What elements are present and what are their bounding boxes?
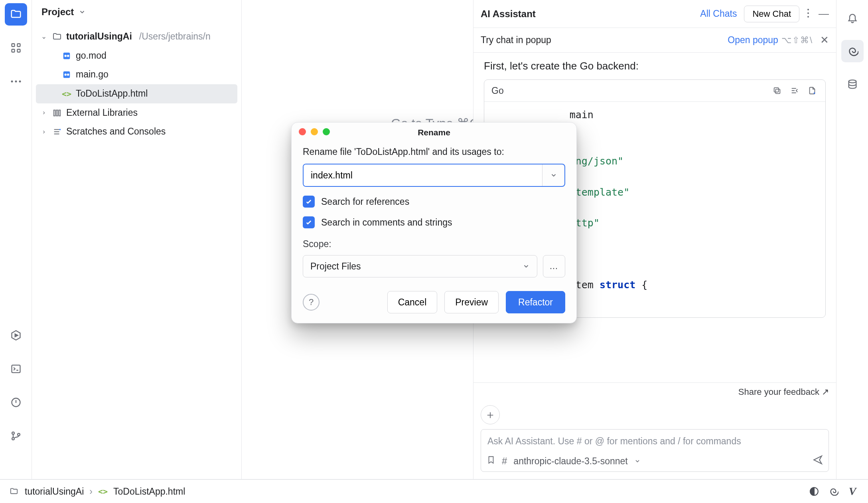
theme-icon[interactable] xyxy=(807,485,821,498)
svg-point-4 xyxy=(11,81,13,83)
svg-point-20 xyxy=(67,73,69,76)
rename-dialog: Rename Rename file 'ToDoListApp.html' an… xyxy=(291,122,577,323)
scope-label: Scope: xyxy=(303,239,565,250)
bookmark-icon[interactable] xyxy=(487,455,495,467)
chevron-right-icon[interactable]: › xyxy=(40,106,48,119)
chevron-down-icon[interactable] xyxy=(634,458,641,464)
rename-input-dropdown[interactable] xyxy=(542,164,564,186)
problems-tool-button[interactable] xyxy=(5,391,27,414)
search-references-checkbox[interactable]: Search for references xyxy=(303,196,565,208)
ai-status-icon[interactable] xyxy=(827,485,840,498)
svg-point-24 xyxy=(59,129,61,131)
git-branch-icon xyxy=(10,430,22,442)
breadcrumb-project[interactable]: tutorialUsingAi xyxy=(25,486,84,497)
svg-point-6 xyxy=(19,81,21,83)
search-comments-checkbox[interactable]: Search in comments and strings xyxy=(303,216,565,228)
refactor-button[interactable]: Refactor xyxy=(506,291,565,313)
notifications-tool-button[interactable] xyxy=(841,6,864,29)
window-zoom-dot[interactable] xyxy=(323,128,330,135)
copy-icon[interactable] xyxy=(771,85,783,97)
ai-tool-button[interactable] xyxy=(841,40,864,62)
model-selector[interactable]: anthropic-claude-3.5-sonnet xyxy=(513,456,627,467)
folder-icon xyxy=(9,486,19,497)
tree-external-libraries[interactable]: › External Libraries xyxy=(36,103,237,123)
go-file-icon xyxy=(61,51,72,61)
folder-icon xyxy=(10,8,22,20)
folder-icon xyxy=(52,32,62,42)
svg-point-13 xyxy=(18,434,20,436)
create-file-icon[interactable] xyxy=(806,85,818,97)
ai-panel-header: AI Assistant All Chats New Chat — xyxy=(473,0,836,28)
ai-input-placeholder: Ask AI Assistant. Use # or @ for mention… xyxy=(487,434,823,449)
project-tree[interactable]: ⌄ tutorialUsingAi /Users/jetbrains/n go.… xyxy=(32,24,241,145)
tree-file-selected[interactable]: <> ToDoListApp.html xyxy=(36,84,237,103)
preview-button[interactable]: Preview xyxy=(444,291,499,313)
svg-point-25 xyxy=(807,9,809,10)
terminal-tool-button[interactable] xyxy=(5,358,27,380)
bell-icon xyxy=(847,12,858,23)
tree-file[interactable]: go.mod xyxy=(36,46,237,65)
ai-text-input[interactable]: Ask AI Assistant. Use # or @ for mention… xyxy=(481,429,829,472)
share-feedback-link[interactable]: Share your feedback ↗ xyxy=(738,387,829,397)
scratches-icon xyxy=(52,127,62,137)
tree-root-name: tutorialUsingAi xyxy=(66,28,132,46)
project-tool-button[interactable] xyxy=(5,3,27,26)
status-bar: tutorialUsingAi › <> ToDoListApp.html V xyxy=(0,479,868,503)
svg-point-19 xyxy=(65,73,67,76)
svg-point-14 xyxy=(848,80,856,83)
project-panel-title: Project xyxy=(41,6,74,18)
close-icon[interactable]: ✕ xyxy=(820,34,829,46)
svg-marker-8 xyxy=(15,334,18,337)
insert-icon[interactable] xyxy=(789,85,801,97)
svg-rect-0 xyxy=(12,44,14,47)
svg-point-17 xyxy=(67,55,69,57)
ai-message: First, let's create the Go backend: xyxy=(484,60,826,72)
tree-file[interactable]: main.go xyxy=(36,65,237,84)
window-close-dot[interactable] xyxy=(299,128,306,135)
warning-circle-icon xyxy=(10,397,22,408)
ellipsis-icon xyxy=(10,79,22,83)
ai-input-area: ＋ Ask AI Assistant. Use # or @ for menti… xyxy=(473,400,836,479)
chevron-right-icon[interactable]: › xyxy=(40,125,48,138)
checkbox-checked-icon xyxy=(303,196,315,208)
svg-point-11 xyxy=(12,432,14,434)
services-tool-button[interactable] xyxy=(5,324,27,347)
vcs-tool-button[interactable] xyxy=(5,425,27,447)
send-icon[interactable] xyxy=(813,455,823,467)
minimize-icon[interactable]: — xyxy=(819,8,829,20)
open-popup-link[interactable]: Open popup xyxy=(728,35,778,46)
breadcrumb-file[interactable]: ToDoListApp.html xyxy=(113,486,185,497)
rename-input[interactable] xyxy=(304,164,542,186)
scope-more-button[interactable]: … xyxy=(543,255,565,277)
more-tool-button[interactable] xyxy=(5,70,27,93)
attach-button[interactable]: ＋ xyxy=(481,405,500,424)
svg-point-12 xyxy=(12,438,14,440)
dialog-title: Rename xyxy=(418,128,450,137)
ai-panel-title: AI Assistant xyxy=(481,8,693,20)
help-button[interactable]: ? xyxy=(303,294,320,311)
right-tool-gutter xyxy=(836,0,868,479)
project-panel-header[interactable]: Project xyxy=(32,0,241,24)
cancel-button[interactable]: Cancel xyxy=(387,291,438,313)
vim-status-icon[interactable]: V xyxy=(846,485,859,498)
database-tool-button[interactable] xyxy=(841,73,864,96)
svg-rect-2 xyxy=(12,50,14,52)
hash-icon[interactable]: # xyxy=(502,455,507,467)
structure-tool-button[interactable] xyxy=(5,37,27,59)
kebab-menu-icon[interactable] xyxy=(807,8,810,20)
html-file-icon: <> xyxy=(61,89,72,99)
window-minimize-dot[interactable] xyxy=(311,128,318,135)
tree-scratches[interactable]: › Scratches and Consoles xyxy=(36,122,237,141)
chevron-down-icon xyxy=(523,263,530,270)
new-chat-button[interactable]: New Chat xyxy=(744,6,799,22)
svg-rect-29 xyxy=(774,88,779,92)
all-chats-link[interactable]: All Chats xyxy=(700,8,737,19)
checkbox-label: Search for references xyxy=(321,196,409,207)
chevron-down-icon[interactable]: ⌄ xyxy=(40,30,48,43)
chevron-down-icon xyxy=(79,8,86,16)
svg-rect-9 xyxy=(12,365,20,373)
scope-select[interactable]: Project Files xyxy=(303,255,537,277)
tree-root[interactable]: ⌄ tutorialUsingAi /Users/jetbrains/n xyxy=(36,27,237,46)
tree-root-path: /Users/jetbrains/n xyxy=(139,28,211,46)
breadcrumb-separator: › xyxy=(89,486,93,497)
